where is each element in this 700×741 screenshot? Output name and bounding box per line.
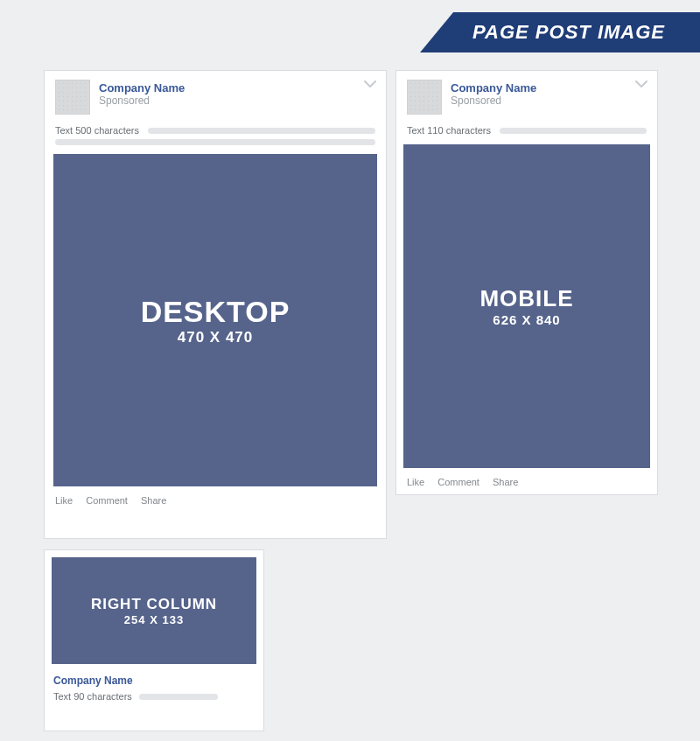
comment-button[interactable]: Comment [438,477,480,487]
desktop-image-dims: 470 X 470 [178,329,254,346]
mobile-text-row: Text 110 characters [396,120,657,144]
right-column-text-row: Text 90 characters [53,691,255,702]
chevron-down-icon[interactable] [634,80,648,88]
chevron-down-icon[interactable] [363,80,377,88]
mobile-actions: Like Comment Share [396,468,657,496]
mobile-image-spec: MOBILE 626 X 840 [403,144,650,468]
right-column-body: Company Name Text 90 characters [45,671,263,709]
mobile-image-dims: 626 X 840 [493,312,560,327]
right-column-image-dims: 254 X 133 [124,613,184,626]
text-placeholder-bar [55,139,375,145]
text-placeholder-bar [500,128,647,134]
comment-button[interactable]: Comment [86,495,128,506]
desktop-text-label: Text 500 characters [55,125,139,136]
desktop-card: Company Name Sponsored Text 500 characte… [44,70,387,539]
mobile-image-title: MOBILE [480,285,573,312]
right-column-text-label: Text 90 characters [53,691,132,702]
right-column-image-title: RIGHT COLUMN [91,596,217,613]
right-column-image-spec: RIGHT COLUMN 254 X 133 [52,557,256,664]
like-button[interactable]: Like [407,477,424,487]
mobile-text-label: Text 110 characters [407,125,491,136]
mobile-card: Company Name Sponsored Text 110 characte… [396,70,658,495]
desktop-actions: Like Comment Share [45,486,386,514]
share-button[interactable]: Share [141,495,166,506]
page-banner-title: PAGE POST IMAGE [472,21,665,43]
text-placeholder-bar [139,694,218,700]
desktop-card-header: Company Name Sponsored [45,71,386,120]
desktop-text-row: Text 500 characters [45,120,386,139]
right-column-card: RIGHT COLUMN 254 X 133 Company Name Text… [44,549,264,731]
like-button[interactable]: Like [55,495,73,506]
mobile-card-header: Company Name Sponsored [396,71,657,120]
avatar-placeholder [407,80,442,115]
sponsored-label: Sponsored [99,94,185,107]
company-name[interactable]: Company Name [451,81,536,94]
share-button[interactable]: Share [493,477,518,487]
company-name[interactable]: Company Name [99,81,185,94]
sponsored-label: Sponsored [451,94,536,107]
desktop-image-title: DESKTOP [141,295,290,329]
text-placeholder-bar [148,128,375,134]
avatar-placeholder [55,80,90,115]
page-banner: PAGE POST IMAGE [420,12,700,52]
company-name[interactable]: Company Name [53,675,255,688]
desktop-text-row-2 [45,139,386,154]
desktop-image-spec: DESKTOP 470 X 470 [53,154,377,486]
